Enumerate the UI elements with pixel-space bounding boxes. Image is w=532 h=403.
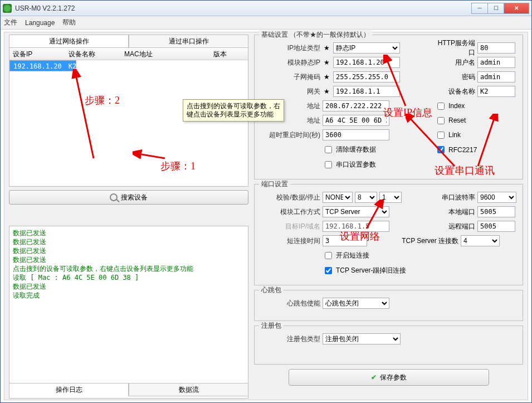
- sel-databits[interactable]: 8: [355, 192, 377, 203]
- fs-port-legend: 端口设置: [259, 179, 290, 189]
- lbl-parity: 校验/数据/停止: [258, 193, 320, 202]
- lbl-ip-type: IP地址类型: [258, 43, 320, 53]
- sel-reg-type[interactable]: 注册包关闭: [323, 333, 401, 344]
- in-gw[interactable]: [333, 86, 400, 97]
- cb-serial-param[interactable]: 串口设置参数: [323, 159, 376, 170]
- fs-hb-legend: 心跳包: [259, 285, 284, 295]
- sel-stopbits[interactable]: 1: [379, 192, 402, 203]
- in-user[interactable]: [477, 57, 515, 68]
- cb-kick[interactable]: TCP Server-踢掉旧连接: [323, 265, 406, 276]
- app-icon: [3, 4, 12, 13]
- cell-ver: 4017: [95, 61, 118, 71]
- device-tooltip: 点击搜到的设备可读取参数，右键点击设备列表显示更多功能: [183, 99, 284, 122]
- lbl-baud: 串口波特率: [435, 193, 475, 202]
- close-button[interactable]: ✕: [504, 3, 529, 14]
- check-icon: ✔: [371, 373, 377, 381]
- search-label: 搜索设备: [121, 193, 148, 202]
- menu-help[interactable]: 帮助: [62, 18, 76, 27]
- col-ver: 版本: [210, 48, 243, 60]
- in-lport[interactable]: [477, 206, 515, 217]
- lbl-short: 短连接时间: [258, 236, 320, 246]
- fs-reg: 注册包 注册包类型 注册包关闭: [254, 326, 523, 365]
- sel-hb-en[interactable]: 心跳包关闭: [323, 298, 389, 309]
- lbl-devname: 设备名称: [435, 87, 475, 96]
- left-pane: 通过网络操作 通过串口操作 设备IP 设备名称 MAC地址 版本 192.168…: [9, 35, 248, 396]
- cell-name: K2: [65, 61, 80, 71]
- fs-heartbeat: 心跳包 心跳包使能 心跳包关闭: [254, 290, 523, 321]
- device-row[interactable]: 192.168.1.20 K2 A6 4C 5E 00 6D 38 4017: [9, 60, 76, 71]
- lbl-hb-en: 心跳包使能: [258, 299, 320, 308]
- maximize-button[interactable]: ☐: [487, 3, 504, 14]
- in-rport[interactable]: [477, 221, 515, 232]
- fs-reg-legend: 注册包: [259, 321, 284, 331]
- menu-file[interactable]: 文件: [4, 18, 17, 27]
- device-table-header: 设备IP 设备名称 MAC地址 版本: [9, 48, 248, 60]
- cb-rfc2217[interactable]: RFC2217: [435, 144, 477, 155]
- window-title: USR-M0 V2.2.1.272: [15, 4, 472, 12]
- lbl-reboot: 超时重启时间(秒): [258, 130, 320, 140]
- minimize-button[interactable]: ─: [471, 3, 488, 14]
- sel-mode[interactable]: TCP Server: [323, 206, 389, 217]
- col-name: 设备名称: [65, 48, 121, 60]
- cb-short-en[interactable]: 开启短连接: [323, 250, 369, 261]
- search-devices-button[interactable]: 搜索设备: [9, 190, 248, 205]
- tab-serial-op[interactable]: 通过串口操作: [129, 35, 248, 48]
- log-line: 读取 [ Mac : A6 4C 5E 00 6D 38 ]: [13, 273, 245, 282]
- sel-ip-type[interactable]: 静态IP: [333, 42, 400, 54]
- log-line: 数据已发送: [13, 229, 245, 237]
- save-button[interactable]: ✔ 保存参数: [289, 369, 489, 386]
- in-pwd[interactable]: [477, 71, 515, 82]
- lbl-lport: 本地端口: [435, 207, 475, 217]
- sel-conn[interactable]: 4: [461, 235, 500, 246]
- lbl-gw: 网关: [258, 87, 320, 96]
- lbl-target: 目标IP/域名: [258, 222, 320, 231]
- fs-base: 基础设置 （不带★的一般保持默认） IP地址类型★ 静态IP HTTP服务端口 …: [254, 35, 523, 179]
- right-pane: 基础设置 （不带★的一般保持默认） IP地址类型★ 静态IP HTTP服务端口 …: [254, 35, 523, 396]
- menubar: 文件 Language 帮助: [1, 16, 531, 30]
- log-line: 数据已发送: [13, 237, 245, 246]
- log-line: 数据已发送: [13, 255, 245, 264]
- tab-stream[interactable]: 数据流: [129, 383, 248, 396]
- op-tabs: 通过网络操作 通过串口操作: [9, 35, 248, 48]
- log-line: 数据已发送: [13, 246, 245, 255]
- menu-language[interactable]: Language: [25, 19, 55, 27]
- lbl-conn: TCP Server 连接数: [392, 236, 458, 246]
- lbl-reg-type: 注册包类型: [258, 334, 320, 344]
- tab-oplog[interactable]: 操作日志: [9, 383, 129, 396]
- lbl-pwd: 密码: [435, 72, 475, 82]
- cb-link[interactable]: Link: [435, 130, 461, 140]
- search-icon: [110, 193, 118, 201]
- in-static-ip[interactable]: [333, 57, 400, 68]
- fs-port: 端口设置 校验/数据/停止 NONE 8 1 串口波特率 9600 模块工作方式…: [254, 184, 523, 285]
- cell-ip: 192.168.1.20: [10, 61, 65, 71]
- titlebar: USR-M0 V2.2.1.272 ─ ☐ ✕: [1, 1, 531, 16]
- window-controls: ─ ☐ ✕: [472, 3, 529, 14]
- cb-index[interactable]: Index: [435, 101, 465, 111]
- in-mask[interactable]: [333, 71, 400, 82]
- cb-clear-cache[interactable]: 清除缓存数据: [323, 144, 376, 155]
- in-short[interactable]: [323, 235, 367, 246]
- lbl-http-port: HTTP服务端口: [435, 38, 475, 57]
- tab-network-op[interactable]: 通过网络操作: [9, 35, 129, 48]
- col-ip: 设备IP: [9, 48, 65, 60]
- in-http-port[interactable]: [477, 42, 515, 54]
- lbl-user: 用户名: [435, 58, 475, 67]
- log-line: 读取完成: [13, 291, 245, 300]
- lbl-mask: 子网掩码: [258, 72, 320, 82]
- lbl-mode: 模块工作方式: [258, 207, 320, 217]
- in-mac[interactable]: [323, 115, 389, 126]
- cb-reset[interactable]: Reset: [435, 115, 466, 126]
- log-line: 数据已发送: [13, 282, 245, 291]
- col-mac: MAC地址: [121, 48, 210, 60]
- sel-baud[interactable]: 9600: [477, 192, 516, 203]
- app-window: USR-M0 V2.2.1.272 ─ ☐ ✕ 文件 Language 帮助 通…: [0, 0, 532, 403]
- lbl-static-ip: 模块静态IP: [258, 58, 320, 67]
- in-target: [323, 221, 389, 232]
- in-devname[interactable]: [477, 86, 515, 97]
- in-reboot[interactable]: [323, 129, 389, 140]
- save-label: 保存参数: [380, 373, 407, 382]
- cell-mac: A6 4C 5E 00 6D 38: [80, 61, 94, 71]
- in-dns[interactable]: [323, 100, 389, 111]
- sel-parity[interactable]: NONE: [323, 192, 353, 203]
- log-box: 数据已发送 数据已发送 数据已发送 数据已发送 点击搜到的设备可读取参数，右键点…: [9, 226, 248, 399]
